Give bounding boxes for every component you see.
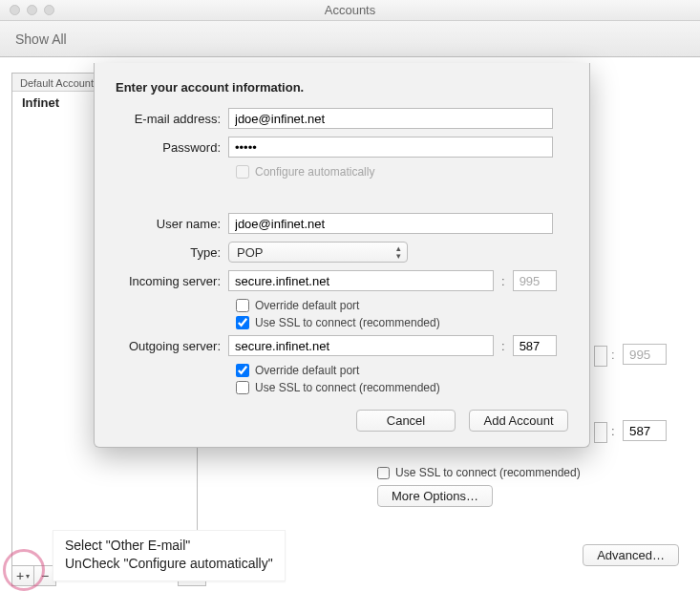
incoming-ssl-label: Use SSL to connect (recommended) [255, 316, 440, 329]
hint-line-1: Select "Other E-mail" [65, 537, 273, 555]
add-account-button[interactable]: +▾ [11, 565, 34, 586]
bg-ssl-checkbox[interactable] [377, 467, 390, 479]
sheet-title: Enter your account information. [116, 80, 568, 95]
add-account-confirm-button[interactable]: Add Account [469, 410, 568, 432]
minus-icon: − [41, 568, 49, 583]
close-window-icon[interactable] [10, 5, 20, 15]
outgoing-ssl-checkbox[interactable] [236, 381, 249, 394]
toolbar: Show All [0, 21, 700, 57]
more-options-button[interactable]: More Options… [377, 485, 493, 507]
bg-outgoing-port[interactable] [623, 420, 667, 441]
incoming-colon: : [494, 274, 513, 288]
outgoing-ssl-label: Use SSL to connect (recommended) [255, 381, 440, 394]
sidebar-footer-buttons: +▾ − [11, 565, 55, 586]
bg-field-stub-5 [594, 422, 607, 443]
incoming-override-label: Override default port [255, 299, 359, 312]
plus-icon: + [16, 568, 24, 583]
incoming-ssl-checkbox[interactable] [236, 316, 249, 329]
outgoing-port-field[interactable] [513, 335, 557, 356]
type-select-value: POP [237, 245, 263, 260]
incoming-server-field[interactable] [228, 270, 494, 291]
password-label: Password: [116, 140, 228, 155]
outgoing-server-field[interactable] [228, 335, 494, 356]
username-field[interactable] [228, 213, 553, 234]
advanced-button[interactable]: Advanced… [583, 544, 679, 566]
zoom-window-icon[interactable] [44, 5, 54, 15]
outgoing-override-label: Override default port [255, 364, 359, 377]
email-field[interactable] [228, 108, 553, 129]
hint-line-2: UnCheck "Configure automatically" [65, 555, 273, 573]
password-field[interactable] [228, 137, 553, 158]
chevron-down-icon: ▾ [26, 572, 30, 580]
username-label: User name: [116, 217, 228, 231]
incoming-override-checkbox[interactable] [236, 299, 249, 312]
bg-field-stub-4 [594, 346, 607, 367]
window-controls [0, 5, 54, 15]
content-area: : : Use SSL to connect (recommended) Mor… [0, 57, 700, 591]
bg-ssl-label: Use SSL to connect (recommended) [395, 466, 581, 479]
bg-colon-1: : [611, 348, 615, 362]
bg-ssl-row: Use SSL to connect (recommended) [377, 466, 581, 479]
minimize-window-icon[interactable] [27, 5, 37, 15]
cancel-button[interactable]: Cancel [356, 410, 456, 432]
incoming-label: Incoming server: [116, 274, 228, 288]
bg-incoming-port[interactable] [623, 344, 667, 365]
show-all-button[interactable]: Show All [10, 30, 73, 49]
account-info-sheet: Enter your account information. E-mail a… [94, 63, 590, 448]
outgoing-override-checkbox[interactable] [236, 364, 249, 377]
select-arrows-icon: ▴▾ [396, 244, 401, 260]
email-label: E-mail address: [116, 112, 228, 126]
configure-auto-checkbox [236, 165, 249, 179]
bg-colon-2: : [611, 424, 615, 438]
titlebar: Accounts [0, 0, 700, 21]
type-label: Type: [116, 245, 228, 260]
incoming-port-field[interactable] [513, 270, 557, 291]
hint-callout: Select "Other E-mail" UnCheck "Configure… [53, 530, 286, 581]
outgoing-colon: : [494, 339, 513, 353]
configure-auto-label: Configure automatically [255, 165, 374, 179]
type-select[interactable]: POP ▴▾ [228, 242, 408, 263]
window-title: Accounts [0, 3, 700, 17]
outgoing-label: Outgoing server: [116, 339, 228, 353]
